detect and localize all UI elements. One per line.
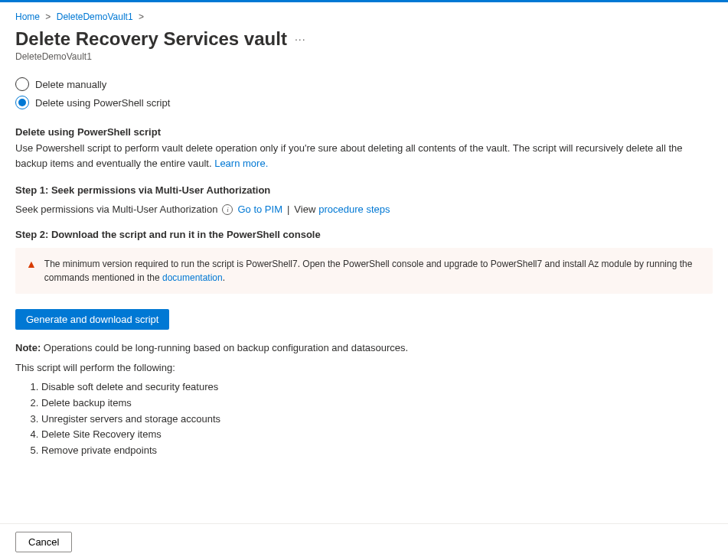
step2-heading: Step 2: Download the script and run it i… bbox=[15, 229, 713, 240]
radio-icon-selected bbox=[15, 96, 29, 109]
page-title: Delete Recovery Services vault bbox=[15, 28, 287, 50]
script-following-text: This script will perform the following: bbox=[15, 360, 713, 376]
radio-label: Delete manually bbox=[35, 79, 106, 90]
go-to-pim-link[interactable]: Go to PIM bbox=[237, 203, 282, 215]
note-text: Operations could be long-running based o… bbox=[41, 342, 408, 353]
page-subtitle: DeleteDemoVault1 bbox=[15, 51, 713, 62]
delete-method-radio-group: Delete manually Delete using PowerShell … bbox=[15, 77, 713, 109]
chevron-right-icon: > bbox=[139, 11, 144, 22]
procedure-steps-link[interactable]: procedure steps bbox=[318, 203, 390, 215]
breadcrumb-vault[interactable]: DeleteDemoVault1 bbox=[57, 11, 133, 22]
warning-banner: ▲ The minimum version required to run th… bbox=[15, 248, 713, 294]
list-item: Delete Site Recovery items bbox=[41, 427, 713, 443]
step1-label: Seek permissions via Multi-User Authoriz… bbox=[15, 203, 217, 215]
chevron-right-icon: > bbox=[45, 11, 51, 22]
list-item: Unregister servers and storage accounts bbox=[41, 412, 713, 428]
pipe-separator: | bbox=[287, 203, 289, 215]
step1-heading: Step 1: Seek permissions via Multi-User … bbox=[15, 184, 713, 196]
list-item: Delete backup items bbox=[41, 396, 713, 412]
script-actions-list: Disable soft delete and security feature… bbox=[15, 379, 713, 459]
documentation-link[interactable]: documentation bbox=[162, 272, 223, 283]
list-item: Disable soft delete and security feature… bbox=[41, 379, 713, 396]
warning-icon: ▲ bbox=[26, 257, 37, 271]
step1-body: Seek permissions via Multi-User Authoriz… bbox=[15, 203, 713, 215]
learn-more-link[interactable]: Learn more. bbox=[214, 158, 268, 169]
view-word: View bbox=[294, 203, 315, 215]
script-section-heading: Delete using PowerShell script bbox=[15, 126, 713, 138]
note-label: Note: bbox=[15, 342, 41, 353]
more-icon[interactable]: ··· bbox=[295, 33, 306, 45]
breadcrumb: Home > DeleteDemoVault1 > bbox=[15, 11, 713, 22]
warning-text: The minimum version required to run the … bbox=[44, 259, 692, 283]
note-block: Note: Operations could be long-running b… bbox=[15, 340, 713, 356]
info-icon[interactable]: i bbox=[222, 204, 233, 215]
radio-delete-manually[interactable]: Delete manually bbox=[15, 77, 713, 91]
breadcrumb-home[interactable]: Home bbox=[15, 11, 40, 22]
footer-bar: Cancel bbox=[0, 523, 728, 560]
script-section-desc: Use Powershell script to perform vault d… bbox=[15, 141, 713, 171]
radio-label: Delete using PowerShell script bbox=[35, 97, 170, 109]
radio-icon bbox=[15, 77, 29, 91]
cancel-button[interactable]: Cancel bbox=[15, 532, 72, 552]
generate-download-button[interactable]: Generate and download script bbox=[15, 309, 169, 330]
list-item: Remove private endpoints bbox=[41, 443, 713, 459]
radio-delete-powershell[interactable]: Delete using PowerShell script bbox=[15, 96, 713, 109]
